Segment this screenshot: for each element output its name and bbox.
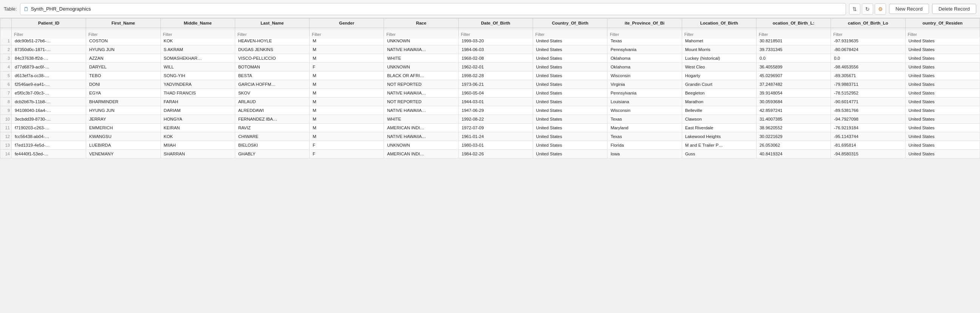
cell-race: NOT REPORTED <box>384 97 458 106</box>
table-row[interactable]: 7e5f0c3b7-09c3-…EGYATHAD FRANCISSKOVMNAT… <box>0 89 980 97</box>
col-header-first-name[interactable]: First_Name <box>86 19 161 28</box>
cell-location-lon: -81.695814 <box>831 141 905 150</box>
cell-location-of-birth: Luckey (historical) <box>682 54 756 63</box>
cell-state-province: Wisconsin <box>608 106 682 115</box>
table-row[interactable]: 11f7190203-c263-…EMMERICHKEIRANRAVIZMAME… <box>0 124 980 132</box>
cell-location-lon: 0.0 <box>831 54 905 63</box>
cell-location-lat: 39.7331345 <box>756 45 830 54</box>
cell-location-of-birth: Marathon <box>682 97 756 106</box>
col-header-country-of-res[interactable]: ountry_Of_Residen <box>905 19 980 28</box>
cell-country-of-res: United States <box>905 89 980 97</box>
cell-first-name: HYUNG JUN <box>86 106 161 115</box>
filter-country-of-res[interactable] <box>905 30 980 38</box>
filter-country-of-birth-input[interactable] <box>535 32 605 37</box>
col-header-location-lat[interactable]: ocation_Of_Birth_L: <box>756 19 830 28</box>
col-header-gender[interactable]: Gender <box>310 19 384 28</box>
delete-record-button[interactable]: Delete Record <box>932 4 976 14</box>
cell-race: BLACK OR AFRI… <box>384 72 458 80</box>
cell-first-name: EMMERICH <box>86 124 161 132</box>
filter-state-province-input[interactable] <box>610 32 679 37</box>
table-row[interactable]: 384c37638-ff2d-…AZZANSOMASHEKHAR…VISCO-P… <box>0 54 980 63</box>
cell-dob: 1947-06-29 <box>458 106 533 115</box>
cell-state-province: Wisconsin <box>608 72 682 80</box>
col-header-middle-name[interactable]: Middle_Name <box>161 19 235 28</box>
table-row[interactable]: 5d613ef7a-cc38-…TEBOSONG-YIHBESTAMBLACK … <box>0 72 980 80</box>
cell-location-lat: 36.4055899 <box>756 63 830 72</box>
col-header-country-of-birth[interactable]: Country_Of_Birth <box>533 19 608 28</box>
cell-first-name: EGYA <box>86 89 161 97</box>
cell-race: UNKNOWN <box>384 141 458 150</box>
filter-last-name-input[interactable] <box>237 32 307 37</box>
filter-dob[interactable] <box>458 30 533 38</box>
filter-state-province[interactable] <box>608 30 682 38</box>
table-label: Table: <box>4 6 17 12</box>
table-row[interactable]: 12fcc56438-ab04-…KWANGSUKOKCHIWAREMNATIV… <box>0 132 980 141</box>
cell-location-lon: -94.8580315 <box>831 150 905 158</box>
filter-location-lon[interactable] <box>831 30 905 38</box>
col-header-last-name[interactable]: Last_Name <box>235 19 309 28</box>
cell-dob: 1968-02-08 <box>458 54 533 63</box>
filter-patient-id[interactable] <box>12 30 86 38</box>
cell-last-name: FERNANDEZ IBA… <box>235 115 309 124</box>
cell-rownum: 13 <box>0 141 12 150</box>
filter-last-name[interactable] <box>235 30 309 38</box>
cell-country-of-res: United States <box>905 106 980 115</box>
filter-middle-name[interactable] <box>161 30 235 38</box>
filter-location-lat-input[interactable] <box>759 32 828 37</box>
cell-first-name: VENEMANY <box>86 150 161 158</box>
cell-country-of-res: United States <box>905 141 980 150</box>
cell-patient-id: 94108040-16a4-… <box>12 106 86 115</box>
filter-first-name-input[interactable] <box>88 32 158 37</box>
table-row[interactable]: 8dcb2b67b-11b8-…BHARMINDERFARAHARLAUDMNO… <box>0 97 980 106</box>
filter-race[interactable] <box>384 30 458 38</box>
filter-location-of-birth-input[interactable] <box>684 32 754 37</box>
table-row[interactable]: 6f2546ae9-ea41-…DONIYADVINDERAGARCIA HOF… <box>0 80 980 89</box>
filter-middle-name-input[interactable] <box>163 32 232 37</box>
table-name-box[interactable]: 🗒 Synth_PHR_Demographics <box>20 3 846 15</box>
cell-country-of-res: United States <box>905 45 980 54</box>
col-header-location-of-birth[interactable]: Location_Of_Birth <box>682 19 756 28</box>
cell-first-name: DARYEL <box>86 63 161 72</box>
table-row[interactable]: 103ecbdd39-8730-…JERRAYHONGYAFERNANDEZ I… <box>0 115 980 124</box>
filter-icon-btn[interactable]: ⚙ <box>875 3 886 15</box>
col-header-dob[interactable]: Date_Of_Birth <box>458 19 533 28</box>
sort-icon-btn[interactable]: ⇅ <box>849 3 860 15</box>
filter-patient-id-input[interactable] <box>14 32 83 37</box>
table-name-text: Synth_PHR_Demographics <box>31 6 843 12</box>
filter-location-lat[interactable] <box>756 30 830 38</box>
col-header-rownum <box>0 19 12 28</box>
cell-state-province: Maryland <box>608 124 682 132</box>
new-record-button[interactable]: New Record <box>889 4 929 14</box>
filter-location-of-birth[interactable] <box>682 30 756 38</box>
filter-country-of-res-input[interactable] <box>908 32 977 37</box>
cell-patient-id: f7ed1319-4e5d-… <box>12 141 86 150</box>
cell-location-lon: -76.9219184 <box>831 124 905 132</box>
table-row[interactable]: 14fe4440f1-53ed-…VENEMANYSHARRANGHABLYFA… <box>0 150 980 158</box>
cell-last-name: BIELOSKI <box>235 141 309 150</box>
table-row[interactable]: 994108040-16a4-…HYUNG JUNDARIAMALREDDAWI… <box>0 106 980 115</box>
cell-location-lat: 42.8597241 <box>756 106 830 115</box>
filter-race-input[interactable] <box>386 32 456 37</box>
table-row[interactable]: 287350d0c-1871-…HYUNG JUNS AKRAMDUGAS JE… <box>0 45 980 54</box>
filter-gender[interactable] <box>310 30 384 38</box>
col-header-patient-id[interactable]: Patient_ID <box>12 19 86 28</box>
cell-country-of-birth: United States <box>533 80 608 89</box>
cell-patient-id: d613ef7a-cc38-… <box>12 72 86 80</box>
cell-country-of-birth: United States <box>533 54 608 63</box>
cell-first-name: KWANGSU <box>86 132 161 141</box>
col-header-state-province[interactable]: ite_Province_Of_Bi <box>608 19 682 28</box>
filter-location-lon-input[interactable] <box>833 32 903 37</box>
table-row[interactable]: 4d77d6879-ac6f-…DARYELWILLBOTOMANFUNKNOW… <box>0 63 980 72</box>
filter-row <box>0 28 980 37</box>
refresh-icon-btn[interactable]: ↻ <box>862 3 873 15</box>
col-header-race[interactable]: Race <box>384 19 458 28</box>
cell-middle-name: SHARRAN <box>161 150 235 158</box>
toolbar-controls: ⇅ ↻ ⚙ <box>849 3 886 15</box>
filter-first-name[interactable] <box>86 30 161 38</box>
cell-country-of-res: United States <box>905 132 980 141</box>
table-row[interactable]: 13f7ed1319-4e5d-…LUEBIRDAMIIAHBIELOSKIFU… <box>0 141 980 150</box>
filter-gender-input[interactable] <box>312 32 381 37</box>
filter-country-of-birth[interactable] <box>533 30 608 38</box>
col-header-location-lon[interactable]: cation_Of_Birth_Lo <box>831 19 905 28</box>
filter-dob-input[interactable] <box>461 32 530 37</box>
